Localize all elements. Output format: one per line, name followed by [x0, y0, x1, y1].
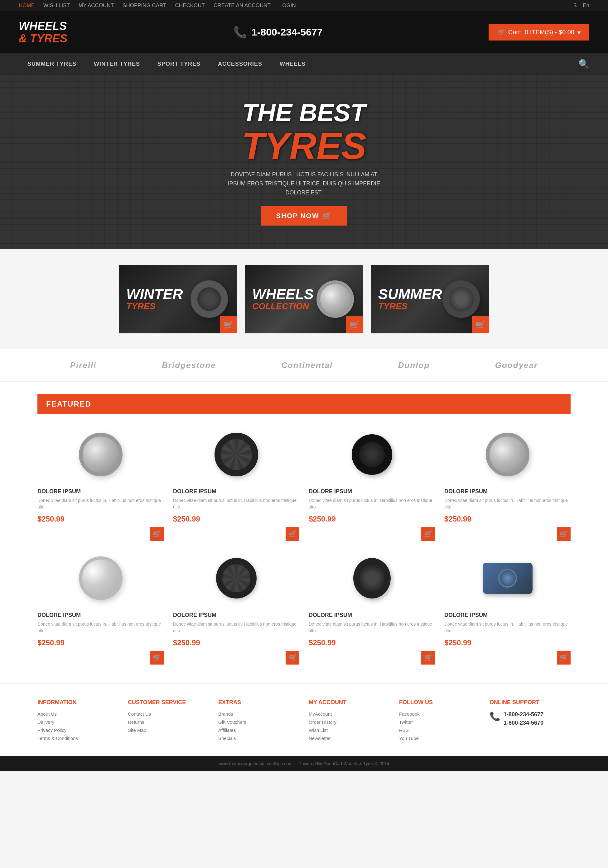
- language-selector[interactable]: En: [583, 3, 589, 9]
- footer-brands[interactable]: Brands: [218, 711, 233, 716]
- product-5-price: $250.99: [37, 639, 164, 647]
- footer-facebook[interactable]: Facebook: [399, 711, 420, 716]
- product-5-title: DOLORE IPSUM: [37, 612, 164, 618]
- topbar-login[interactable]: LOGIN: [279, 3, 296, 9]
- category-wheels-sub: COLLECTION: [252, 301, 314, 311]
- featured-header: FEATURED: [37, 394, 571, 414]
- product-3-image: [309, 426, 435, 483]
- nav-summer-tyres[interactable]: SUMMER TYRES: [19, 53, 85, 75]
- footer-myaccount[interactable]: MyAccount: [309, 711, 332, 716]
- nav-accessories[interactable]: ACCESSORIES: [209, 53, 271, 75]
- support-phone-icon: 📞: [490, 711, 501, 722]
- product-2-price: $250.99: [173, 515, 299, 524]
- footer-affiliates[interactable]: Affiliates: [218, 727, 236, 733]
- product-5-wheel: [79, 556, 123, 600]
- category-winter[interactable]: WINTER TYRES 🛒: [119, 265, 237, 333]
- product-1-add-button[interactable]: 🛒: [150, 527, 164, 541]
- product-4-image: [444, 426, 571, 483]
- cart-button[interactable]: 🛒 Cart: 0 ITEM(S) - $0.00 ▾: [488, 24, 589, 40]
- topbar-wishlist[interactable]: WISH LIST: [44, 3, 70, 9]
- footer-grid: INFORMATION About Us Delivery Privacy Po…: [37, 699, 571, 744]
- brand-dunlop[interactable]: Dunlop: [398, 361, 430, 370]
- cart-icon: 🛒: [323, 212, 332, 220]
- logo[interactable]: WHEELS & TYRES: [19, 20, 67, 45]
- hero-content: THE BEST TYRES DOVITAE DIAM PURUS LUCTUS…: [226, 98, 382, 226]
- footer-privacy-policy[interactable]: Privacy Policy: [37, 727, 67, 733]
- main-nav-list: SUMMER TYRES WINTER TYRES SPORT TYRES AC…: [19, 53, 314, 75]
- footer-contact-us[interactable]: Contact Us: [128, 711, 151, 716]
- category-winter-cart-button[interactable]: 🛒: [220, 316, 237, 333]
- nav-wheels[interactable]: WHEELS: [271, 53, 314, 75]
- brand-goodyear[interactable]: Goodyear: [495, 361, 538, 370]
- featured-title: FEATURED: [46, 400, 91, 408]
- product-7: DOLORE IPSUM Donec vitae diam sit purus …: [309, 550, 435, 665]
- product-3-add-button[interactable]: 🛒: [421, 527, 435, 541]
- footer-newsletter[interactable]: Newsletter: [309, 736, 331, 741]
- product-6-tire: [216, 558, 257, 598]
- category-summer[interactable]: SUMMER TYRES 🛒: [371, 265, 489, 333]
- footer-order-history[interactable]: Order History: [309, 719, 336, 725]
- product-6-title: DOLORE IPSUM: [173, 612, 299, 618]
- product-6-add-button[interactable]: 🛒: [286, 651, 299, 665]
- product-3-tire: [352, 434, 392, 475]
- hero-section: THE BEST TYRES DOVITAE DIAM PURUS LUCTUS…: [0, 75, 608, 249]
- footer-online-support-title: ONLINE SUPPORT: [490, 699, 571, 706]
- footer-information-title: INFORMATION: [37, 699, 118, 706]
- footer-extras-title: EXTRAS: [218, 699, 299, 706]
- product-4-title: DOLORE IPSUM: [444, 488, 571, 495]
- shop-now-button[interactable]: SHOP NOW 🛒: [261, 206, 348, 226]
- product-3-price: $250.99: [309, 515, 435, 524]
- topbar-create-account[interactable]: CREATE AN ACCOUNT: [214, 3, 271, 9]
- footer-extras-links: Brands Gift Vouchers Affiliates Specials: [218, 711, 299, 741]
- brand-continental[interactable]: Continental: [281, 361, 333, 370]
- footer-specials[interactable]: Specials: [218, 736, 236, 741]
- nav-sport-tyres[interactable]: SPORT TYRES: [149, 53, 209, 75]
- brand-pirelli[interactable]: Pirelli: [70, 361, 96, 370]
- footer-about-us[interactable]: About Us: [37, 711, 57, 716]
- category-wheels-text: WHEELS COLLECTION: [252, 287, 314, 311]
- topbar-myaccount[interactable]: MY ACCOUNT: [79, 3, 114, 9]
- footer-twitter[interactable]: Twitter: [399, 719, 413, 725]
- header-phone: 📞 1-800-234-5677: [233, 26, 323, 39]
- category-wheels[interactable]: WHEELS COLLECTION 🛒: [245, 265, 363, 333]
- footer-site-map[interactable]: Site Map: [128, 727, 146, 733]
- currency-selector[interactable]: $: [574, 3, 577, 9]
- hero-subtitle: DOVITAE DIAM PURUS LUCTUS FACILISIS. NUL…: [226, 170, 382, 197]
- footer-customer-service-title: CUSTOMER SERVICE: [128, 699, 209, 706]
- product-2-add-button[interactable]: 🛒: [286, 527, 299, 541]
- footer-follow-us-links: Facebook Twitter RSS You Tube: [399, 711, 480, 741]
- product-3: DOLORE IPSUM Donec vitae diam sit purus …: [309, 426, 435, 541]
- footer-returns[interactable]: Returns: [128, 719, 145, 725]
- category-summer-cart-button[interactable]: 🛒: [472, 316, 489, 333]
- product-7-add-button[interactable]: 🛒: [421, 651, 435, 665]
- product-8-add-button[interactable]: 🛒: [557, 651, 571, 665]
- footer-gift-vouchers[interactable]: Gift Vouchers: [218, 719, 246, 725]
- top-bar-nav[interactable]: HOME WISH LIST MY ACCOUNT SHOPPING CART …: [19, 3, 296, 9]
- topbar-checkout[interactable]: CHECKOUT: [175, 3, 205, 9]
- nav-winter-tyres[interactable]: WINTER TYRES: [85, 53, 149, 75]
- topbar-home[interactable]: HOME: [19, 3, 34, 9]
- footer-delivery[interactable]: Delivery: [37, 719, 54, 725]
- search-icon[interactable]: 🔍: [578, 59, 589, 69]
- footer-information-links: About Us Delivery Privacy Policy Terms &…: [37, 711, 118, 741]
- footer-wish-list[interactable]: Wish List: [309, 727, 328, 733]
- product-7-tire: [353, 558, 391, 598]
- brand-bridgestone[interactable]: Bridgestone: [162, 361, 216, 370]
- product-1-image: [37, 426, 164, 483]
- product-5-add-button[interactable]: 🛒: [150, 651, 164, 665]
- footer-terms[interactable]: Terms & Conditions: [37, 736, 78, 741]
- footer-youtube[interactable]: You Tube: [399, 736, 419, 741]
- category-winter-text: WINTER TYRES: [126, 287, 183, 311]
- support-phone-1[interactable]: 1-800-234-5677: [504, 711, 543, 718]
- winter-tire-image: [191, 281, 228, 318]
- product-2-desc: Donec vitae diam sit purus luctus in. Ha…: [173, 497, 299, 510]
- product-4: DOLORE IPSUM Donec vitae diam sit purus …: [444, 426, 571, 541]
- category-wheels-cart-button[interactable]: 🛒: [346, 316, 363, 333]
- topbar-cart[interactable]: SHOPPING CART: [123, 3, 166, 9]
- product-4-add-button[interactable]: 🛒: [557, 527, 571, 541]
- footer-follow-us-title: FOLLOW US: [399, 699, 480, 706]
- footer-rss[interactable]: RSS: [399, 727, 409, 733]
- product-7-price: $250.99: [309, 639, 435, 647]
- main-nav: SUMMER TYRES WINTER TYRES SPORT TYRES AC…: [0, 53, 608, 75]
- support-phone-2[interactable]: 1-800-234-5670: [504, 720, 543, 726]
